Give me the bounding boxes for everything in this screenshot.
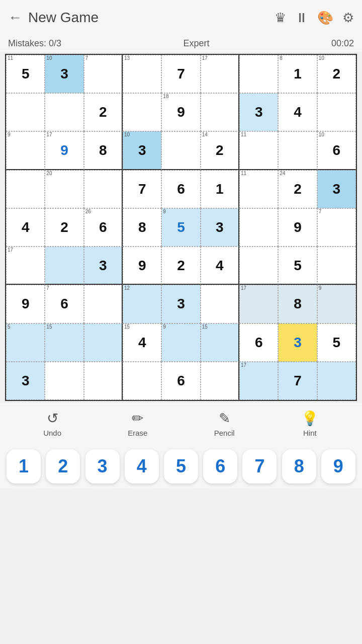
- cell-r4-c1[interactable]: 2: [45, 208, 83, 247]
- cell-r2-c3[interactable]: 103: [123, 131, 161, 170]
- cell-r2-c0[interactable]: 9: [6, 131, 45, 170]
- cell-r6-c4[interactable]: 3: [161, 285, 200, 323]
- cell-r8-c0[interactable]: 3: [6, 362, 45, 400]
- cell-r2-c8[interactable]: 106: [317, 131, 356, 170]
- cell-r7-c2[interactable]: [84, 324, 123, 362]
- cell-r7-c6[interactable]: 6: [239, 324, 278, 362]
- cell-r3-c5[interactable]: 1: [201, 170, 239, 208]
- numpad-btn-4[interactable]: 4: [125, 449, 159, 484]
- cell-r8-c6[interactable]: 17: [239, 362, 278, 400]
- cell-r5-c7[interactable]: 5: [278, 247, 317, 285]
- cell-r0-c2[interactable]: 7: [84, 55, 123, 93]
- cell-r0-c7[interactable]: 81: [278, 55, 317, 93]
- numpad-btn-1[interactable]: 1: [7, 449, 41, 484]
- cell-r7-c7[interactable]: 3: [278, 324, 317, 362]
- numpad-btn-8[interactable]: 8: [282, 449, 316, 484]
- numpad-btn-9[interactable]: 9: [321, 449, 355, 484]
- pencil-button[interactable]: ✎ Pencil: [214, 410, 235, 437]
- cell-r2-c7[interactable]: [278, 131, 317, 170]
- cell-r5-c2[interactable]: 3: [84, 247, 123, 285]
- cell-r6-c2[interactable]: [84, 285, 123, 323]
- hint-button[interactable]: 💡 Hint: [301, 410, 319, 437]
- cell-r5-c3[interactable]: 9: [123, 247, 161, 285]
- numpad-btn-7[interactable]: 7: [242, 449, 277, 484]
- cell-r3-c4[interactable]: 6: [161, 170, 200, 208]
- cell-r4-c8[interactable]: 7: [317, 208, 356, 247]
- cell-r8-c1[interactable]: [45, 362, 83, 400]
- cell-r6-c0[interactable]: 9: [6, 285, 45, 323]
- cell-r3-c2[interactable]: [84, 170, 123, 208]
- cell-r5-c0[interactable]: 17: [6, 247, 45, 285]
- cell-r0-c6[interactable]: [239, 55, 278, 93]
- cell-r1-c2[interactable]: 2: [84, 93, 123, 131]
- cell-r4-c4[interactable]: 95: [161, 208, 200, 247]
- cell-r6-c3[interactable]: 12: [123, 285, 161, 323]
- cell-r0-c5[interactable]: 17: [201, 55, 239, 93]
- cell-r2-c5[interactable]: 142: [201, 131, 239, 170]
- cell-r6-c1[interactable]: 76: [45, 285, 83, 323]
- cell-r8-c5[interactable]: [201, 362, 239, 400]
- cell-r6-c5[interactable]: [201, 285, 239, 323]
- erase-button[interactable]: ✏ Erase: [128, 410, 147, 437]
- numpad-btn-6[interactable]: 6: [203, 449, 237, 484]
- cell-r6-c6[interactable]: 17: [239, 285, 278, 323]
- cell-r6-c8[interactable]: 9: [317, 285, 356, 323]
- cell-r4-c5[interactable]: 3: [201, 208, 239, 247]
- cell-r8-c2[interactable]: [84, 362, 123, 400]
- cell-r3-c3[interactable]: 7: [123, 170, 161, 208]
- cell-r1-c5[interactable]: [201, 93, 239, 131]
- cell-r8-c8[interactable]: [317, 362, 356, 400]
- numpad-btn-5[interactable]: 5: [164, 449, 198, 484]
- cell-r4-c6[interactable]: [239, 208, 278, 247]
- cell-r2-c2[interactable]: 8: [84, 131, 123, 170]
- cell-r5-c6[interactable]: [239, 247, 278, 285]
- sudoku-grid: 1151037137178110221893491798103142111062…: [5, 54, 357, 401]
- numpad-btn-2[interactable]: 2: [46, 449, 80, 484]
- undo-button[interactable]: ↺ Undo: [43, 410, 61, 437]
- cell-r0-c1[interactable]: 103: [45, 55, 83, 93]
- cell-r3-c0[interactable]: [6, 170, 45, 208]
- cell-r2-c1[interactable]: 179: [45, 131, 83, 170]
- cell-r4-c3[interactable]: 8: [123, 208, 161, 247]
- cell-r8-c3[interactable]: [123, 362, 161, 400]
- cell-r5-c5[interactable]: 4: [201, 247, 239, 285]
- cell-r4-c7[interactable]: 9: [278, 208, 317, 247]
- settings-icon[interactable]: ⚙: [342, 10, 354, 26]
- cell-r2-c6[interactable]: 11: [239, 131, 278, 170]
- cell-r8-c7[interactable]: 7: [278, 362, 317, 400]
- cell-r0-c4[interactable]: 7: [161, 55, 200, 93]
- cell-r3-c7[interactable]: 242: [278, 170, 317, 208]
- cell-r1-c4[interactable]: 189: [161, 93, 200, 131]
- palette-icon[interactable]: 🎨: [317, 10, 333, 26]
- cell-r3-c1[interactable]: 20: [45, 170, 83, 208]
- cell-r7-c0[interactable]: 5: [6, 324, 45, 362]
- back-button[interactable]: ←: [8, 10, 22, 26]
- cell-r8-c4[interactable]: 6: [161, 362, 200, 400]
- cell-r1-c0[interactable]: [6, 93, 45, 131]
- cell-r1-c6[interactable]: 3: [239, 93, 278, 131]
- cell-r3-c8[interactable]: 3: [317, 170, 356, 208]
- numpad-btn-3[interactable]: 3: [85, 449, 120, 484]
- cell-r1-c3[interactable]: [123, 93, 161, 131]
- cell-r7-c1[interactable]: 15: [45, 324, 83, 362]
- cell-r1-c1[interactable]: [45, 93, 83, 131]
- cell-r6-c7[interactable]: 8: [278, 285, 317, 323]
- cell-r3-c6[interactable]: 11: [239, 170, 278, 208]
- cell-r5-c8[interactable]: [317, 247, 356, 285]
- cell-r1-c8[interactable]: [317, 93, 356, 131]
- cell-r5-c4[interactable]: 2: [161, 247, 200, 285]
- pause-icon[interactable]: ⏸: [295, 10, 308, 26]
- cell-r7-c8[interactable]: 5: [317, 324, 356, 362]
- cell-r4-c2[interactable]: 266: [84, 208, 123, 247]
- cell-r0-c0[interactable]: 115: [6, 55, 45, 93]
- cell-r7-c3[interactable]: 154: [123, 324, 161, 362]
- cell-r0-c8[interactable]: 102: [317, 55, 356, 93]
- cell-r2-c4[interactable]: [161, 131, 200, 170]
- cell-r5-c1[interactable]: [45, 247, 83, 285]
- cell-r7-c5[interactable]: 15: [201, 324, 239, 362]
- cell-r1-c7[interactable]: 4: [278, 93, 317, 131]
- cell-r7-c4[interactable]: 9: [161, 324, 200, 362]
- cell-r4-c0[interactable]: 4: [6, 208, 45, 247]
- crown-icon[interactable]: ♛: [275, 10, 286, 26]
- cell-r0-c3[interactable]: 13: [123, 55, 161, 93]
